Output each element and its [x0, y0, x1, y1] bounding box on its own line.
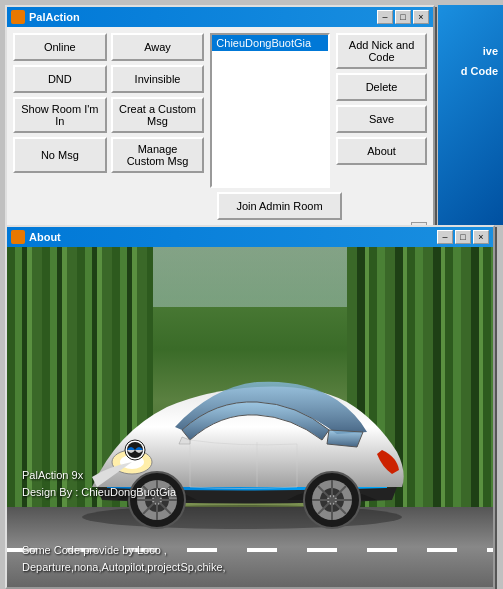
- title-controls: – □ ×: [377, 10, 429, 24]
- right-button-group: Add Nick and Code Delete Save About: [336, 33, 427, 165]
- maximize-button[interactable]: □: [395, 10, 411, 24]
- right-edge-text2: d Code: [461, 65, 498, 77]
- about-line4: Departure,nona,Autopilot,projectSp,chike…: [22, 559, 226, 577]
- online-button[interactable]: Online: [13, 33, 107, 61]
- add-nick-button[interactable]: Add Nick and Code: [336, 33, 427, 69]
- about-close-button[interactable]: ×: [473, 230, 489, 244]
- no-msg-button[interactable]: No Msg: [13, 137, 107, 173]
- close-button[interactable]: ×: [413, 10, 429, 24]
- away-button[interactable]: Away: [111, 33, 205, 61]
- about-title-controls: – □ ×: [437, 230, 489, 244]
- about-icon: [11, 230, 25, 244]
- list-item[interactable]: ChieuDongBuotGia: [212, 35, 328, 51]
- join-admin-button[interactable]: Join Admin Room: [217, 192, 342, 220]
- about-credits: Some Code provide by Loco , Departure,no…: [22, 542, 226, 577]
- about-minimize-button[interactable]: –: [437, 230, 453, 244]
- forest-background: PalAction 9x Design By : ChieuDongBuotGi…: [7, 247, 493, 587]
- about-line3: Some Code provide by Loco ,: [22, 542, 226, 560]
- about-title-bar: About – □ ×: [7, 227, 493, 247]
- palaction-window: PalAction – □ × Online Away DND Invinsib…: [5, 5, 435, 246]
- right-edge-window: ive d Code: [438, 5, 503, 225]
- save-button[interactable]: Save: [336, 105, 427, 133]
- palaction-body: Online Away DND Invinsible Show Room I'm…: [7, 27, 433, 244]
- palaction-icon: [11, 10, 25, 24]
- about-line2: Design By : ChieuDongBuotGia: [22, 484, 176, 502]
- palaction-title-text: PalAction: [11, 10, 80, 24]
- about-body: PalAction 9x Design By : ChieuDongBuotGi…: [7, 247, 493, 587]
- about-button[interactable]: About: [336, 137, 427, 165]
- nick-listbox[interactable]: ChieuDongBuotGia: [210, 33, 330, 188]
- palaction-content: Online Away DND Invinsible Show Room I'm…: [13, 33, 427, 188]
- show-room-button[interactable]: Show Room I'm In: [13, 97, 107, 133]
- invinsible-button[interactable]: Invinsible: [111, 65, 205, 93]
- car-image: [57, 332, 427, 532]
- minimize-button[interactable]: –: [377, 10, 393, 24]
- about-title-text: About: [11, 230, 61, 244]
- left-button-grid: Online Away DND Invinsible Show Room I'm…: [13, 33, 204, 173]
- about-palaction-label: PalAction 9x Design By : ChieuDongBuotGi…: [22, 467, 176, 502]
- about-window: About – □ ×: [5, 225, 495, 589]
- creat-custom-button[interactable]: Creat a Custom Msg: [111, 97, 205, 133]
- about-maximize-button[interactable]: □: [455, 230, 471, 244]
- dnd-button[interactable]: DND: [13, 65, 107, 93]
- palaction-title-bar: PalAction – □ ×: [7, 7, 433, 27]
- manage-custom-button[interactable]: Manage Custom Msg: [111, 137, 205, 173]
- delete-button[interactable]: Delete: [336, 73, 427, 101]
- about-line1: PalAction 9x: [22, 467, 176, 485]
- right-edge-text1: ive: [483, 45, 498, 57]
- bottom-row: Join Admin Room: [13, 192, 427, 220]
